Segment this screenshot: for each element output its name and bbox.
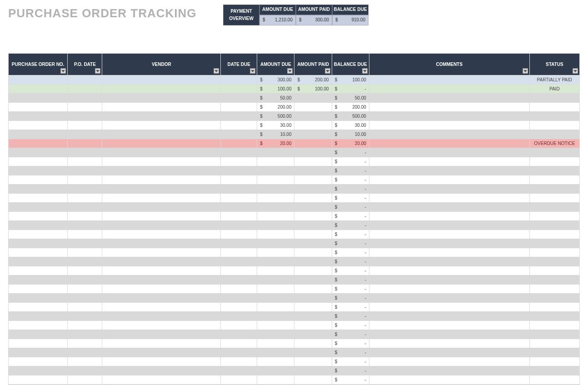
cell-balance-due[interactable]: $- [332, 230, 369, 239]
cell-date-due[interactable] [221, 321, 257, 330]
cell-po-no[interactable] [9, 303, 68, 312]
cell-amount-due[interactable]: $300.00 [257, 75, 294, 85]
cell-date-due[interactable] [221, 257, 257, 266]
table-row[interactable]: $- [9, 321, 580, 330]
cell-amount-paid[interactable] [294, 157, 332, 166]
cell-status[interactable] [529, 239, 579, 248]
cell-amount-due[interactable] [257, 248, 294, 257]
cell-vendor[interactable] [102, 221, 221, 230]
table-row[interactable]: $200.00$200.00 [9, 103, 580, 112]
cell-date-due[interactable] [221, 221, 257, 230]
cell-date-due[interactable] [221, 248, 257, 257]
cell-amount-paid[interactable] [294, 166, 332, 175]
cell-date-due[interactable] [221, 85, 257, 94]
cell-amount-paid[interactable] [294, 121, 332, 130]
table-row[interactable]: $- [9, 366, 580, 375]
cell-vendor[interactable] [102, 212, 221, 221]
cell-po-no[interactable] [9, 230, 68, 239]
cell-date-due[interactable] [221, 103, 257, 112]
table-row[interactable]: $100.00$100.00$-PAID [9, 85, 580, 94]
cell-amount-due[interactable]: $10.00 [257, 130, 294, 139]
table-row[interactable]: $30.00$30.00 [9, 121, 580, 130]
table-row[interactable]: $10.00$10.00 [9, 130, 580, 139]
cell-po-date[interactable] [68, 239, 102, 248]
cell-amount-due[interactable] [257, 285, 294, 294]
filter-icon[interactable] [60, 68, 66, 74]
cell-status[interactable] [529, 175, 579, 185]
cell-amount-paid[interactable] [294, 194, 332, 203]
cell-status[interactable] [529, 94, 579, 103]
cell-comments[interactable] [369, 94, 529, 103]
cell-po-no[interactable] [9, 221, 68, 230]
cell-status[interactable] [529, 248, 579, 257]
cell-date-due[interactable] [221, 375, 257, 385]
table-row[interactable]: $- [9, 275, 580, 285]
cell-balance-due[interactable]: $- [332, 248, 369, 257]
cell-po-no[interactable] [9, 330, 68, 339]
cell-balance-due[interactable]: $50.00 [332, 94, 369, 103]
cell-amount-due[interactable]: $500.00 [257, 112, 294, 121]
cell-po-date[interactable] [68, 130, 102, 139]
cell-balance-due[interactable]: $500.00 [332, 112, 369, 121]
cell-po-date[interactable] [68, 366, 102, 375]
cell-comments[interactable] [369, 375, 529, 385]
cell-balance-due[interactable]: $- [332, 266, 369, 275]
cell-po-no[interactable] [9, 75, 68, 85]
cell-status[interactable]: PARTIALLY PAID [529, 75, 579, 85]
filter-icon[interactable] [95, 68, 100, 74]
cell-po-no[interactable] [9, 366, 68, 375]
cell-po-date[interactable] [68, 94, 102, 103]
table-row[interactable]: $- [9, 285, 580, 294]
cell-amount-due[interactable] [257, 294, 294, 303]
cell-po-date[interactable] [68, 166, 102, 175]
cell-balance-due[interactable]: $- [332, 148, 369, 157]
cell-amount-due[interactable] [257, 203, 294, 212]
cell-status[interactable] [529, 303, 579, 312]
cell-amount-due[interactable]: $30.00 [257, 121, 294, 130]
cell-amount-paid[interactable] [294, 203, 332, 212]
table-row[interactable]: $- [9, 212, 580, 221]
cell-date-due[interactable] [221, 285, 257, 294]
table-row[interactable]: $- [9, 157, 580, 166]
cell-date-due[interactable] [221, 157, 257, 166]
cell-vendor[interactable] [102, 275, 221, 285]
cell-vendor[interactable] [102, 248, 221, 257]
cell-status[interactable] [529, 112, 579, 121]
col-header-vendor[interactable]: VENDOR [102, 54, 221, 75]
cell-balance-due[interactable]: $- [332, 348, 369, 357]
cell-amount-due[interactable] [257, 185, 294, 194]
table-row[interactable]: $- [9, 203, 580, 212]
cell-comments[interactable] [369, 285, 529, 294]
cell-date-due[interactable] [221, 121, 257, 130]
cell-status[interactable] [529, 130, 579, 139]
filter-icon[interactable] [325, 68, 330, 74]
cell-date-due[interactable] [221, 303, 257, 312]
cell-po-date[interactable] [68, 312, 102, 321]
cell-status[interactable] [529, 121, 579, 130]
table-row[interactable]: $300.00$200.00$100.00PARTIALLY PAID [9, 75, 580, 85]
cell-po-no[interactable] [9, 248, 68, 257]
cell-balance-due[interactable]: $- [332, 275, 369, 285]
table-row[interactable]: $- [9, 239, 580, 248]
cell-comments[interactable] [369, 121, 529, 130]
cell-po-date[interactable] [68, 103, 102, 112]
table-row[interactable]: $50.00$50.00 [9, 94, 580, 103]
cell-amount-paid[interactable] [294, 375, 332, 385]
cell-status[interactable] [529, 230, 579, 239]
cell-vendor[interactable] [102, 266, 221, 275]
table-row[interactable]: $- [9, 294, 580, 303]
cell-po-no[interactable] [9, 212, 68, 221]
cell-comments[interactable] [369, 148, 529, 157]
cell-status[interactable] [529, 266, 579, 275]
cell-amount-paid[interactable]: $100.00 [294, 85, 332, 94]
cell-date-due[interactable] [221, 194, 257, 203]
cell-po-date[interactable] [68, 257, 102, 266]
cell-comments[interactable] [369, 348, 529, 357]
filter-icon[interactable] [573, 68, 578, 74]
cell-status[interactable] [529, 321, 579, 330]
cell-status[interactable]: OVERDUE NOTICE [529, 139, 579, 148]
cell-date-due[interactable] [221, 203, 257, 212]
cell-amount-paid[interactable] [294, 148, 332, 157]
cell-po-date[interactable] [68, 330, 102, 339]
cell-status[interactable] [529, 357, 579, 366]
